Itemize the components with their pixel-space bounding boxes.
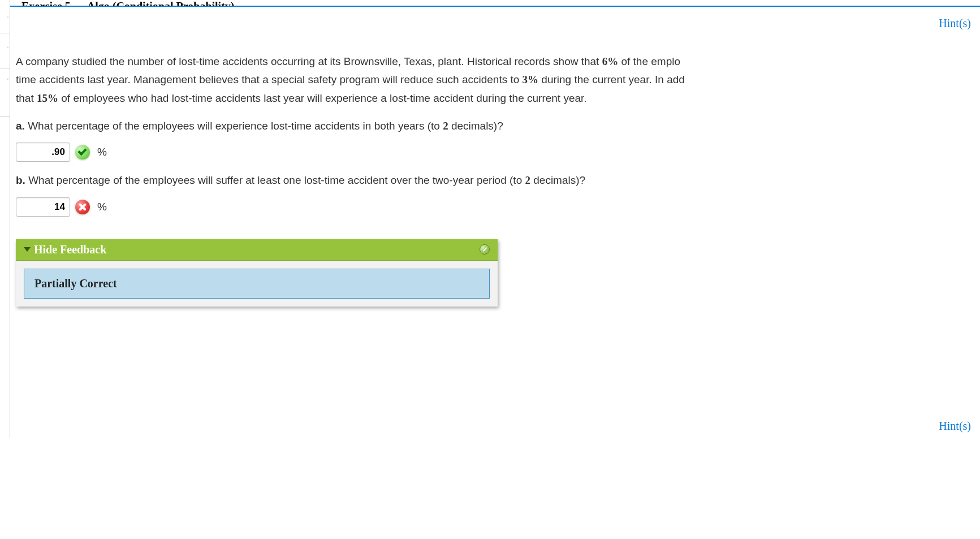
feedback-status: Partially Correct xyxy=(24,269,490,299)
chevron-down-icon xyxy=(24,247,31,252)
question-b: b. What percentage of the employees will… xyxy=(16,172,974,189)
gutter-marker-icon: ◦ xyxy=(6,76,8,82)
exercise-title: Exercise 5 … Algo (Conditional Probabili… xyxy=(10,0,980,7)
feedback-panel: Hide Feedback Partially Correct xyxy=(16,239,498,307)
unit-label: % xyxy=(97,201,107,213)
answer-input-b[interactable] xyxy=(16,197,70,217)
gutter-marker-icon: ◦ xyxy=(6,14,8,20)
edit-icon xyxy=(480,244,490,255)
gutter-tick xyxy=(0,68,10,68)
unit-label: % xyxy=(97,146,107,158)
hints-link-top[interactable]: Hint(s) xyxy=(16,17,974,53)
incorrect-icon xyxy=(75,199,90,215)
gutter-tick xyxy=(0,117,10,117)
problem-statement: A company studied the number of lost-tim… xyxy=(16,53,974,107)
hints-link-bottom[interactable]: Hint(s) xyxy=(16,420,974,433)
gutter-tick xyxy=(0,33,10,33)
gutter-marker-icon: ◦ xyxy=(6,44,8,50)
answer-input-a[interactable] xyxy=(16,143,70,162)
correct-icon xyxy=(75,144,90,160)
question-a: a. What percentage of the employees will… xyxy=(16,118,974,135)
feedback-toggle-label: Hide Feedback xyxy=(34,243,106,256)
feedback-toggle[interactable]: Hide Feedback xyxy=(16,239,498,261)
left-gutter: ◦ ◦ ◦ xyxy=(0,0,10,438)
